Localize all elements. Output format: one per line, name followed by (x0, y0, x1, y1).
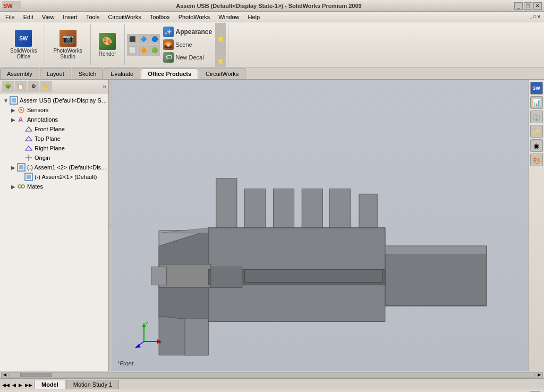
tab-layout[interactable]: Layout (40, 69, 71, 79)
annotation-icon: A (17, 115, 26, 124)
tree-right-plane[interactable]: Right Plane (0, 143, 108, 153)
solidworks-office-label: SolidWorksOffice (10, 48, 37, 59)
svg-rect-21 (245, 189, 266, 231)
scroll-thumb[interactable] (20, 373, 52, 377)
pw-star2-icon[interactable]: ⭐ (215, 56, 226, 67)
scroll-track[interactable] (9, 372, 535, 378)
tab-assembly[interactable]: Assembly (0, 69, 39, 79)
sw-office-side-button[interactable]: SW (530, 82, 543, 95)
tab-nav-first[interactable]: ◀◀ (1, 382, 11, 388)
menu-circuitworks[interactable]: CircuitWorks (104, 13, 146, 21)
tree-root[interactable]: ▼ Assem USB (Default<Display State- (0, 96, 108, 105)
tree-expand-annotations[interactable]: ▶ (10, 117, 17, 123)
pw-icon-5[interactable]: 🔶 (138, 45, 149, 56)
render-side-button[interactable]: 🎨 (530, 154, 543, 166)
minimize-button[interactable]: _ (514, 2, 523, 10)
tree-expand-sensors[interactable]: ▶ (10, 107, 17, 113)
appearances-side-button[interactable]: ✨ (530, 125, 543, 138)
restore-button[interactable]: □ (524, 2, 532, 10)
property-manager-button[interactable]: 📋 (15, 81, 27, 92)
mates-icon (17, 182, 26, 191)
tree-expand-root[interactable]: ▼ (2, 98, 10, 104)
tree-annotations-label: Annotations (27, 116, 58, 123)
tab-nav-prev[interactable]: ◀ (11, 382, 17, 388)
bottom-tabs: ◀◀ ◀ ▶ ▶▶ Model Motion Study 1 (0, 378, 544, 389)
svg-rect-24 (329, 189, 350, 231)
pw-icon-6[interactable]: 🟢 (149, 45, 160, 56)
appearance-icon: ✨ (163, 27, 174, 37)
tree-assem2[interactable]: (-) Assem2<1> (Default) (0, 172, 108, 182)
tree-annotations[interactable]: ▶ A Annotations (0, 115, 108, 124)
tab-nav-last[interactable]: ▶▶ (24, 382, 33, 388)
menu-tools[interactable]: Tools (82, 13, 104, 21)
realview-side-button[interactable]: ◉ (530, 139, 543, 152)
panel-expand-button[interactable]: » (103, 83, 106, 90)
pw-icon-2[interactable]: 🔷 (138, 34, 149, 45)
tree-mates[interactable]: ▶ Mates (0, 182, 108, 191)
titlebar: SW Assem USB (Default<Display State-1>) … (0, 0, 544, 12)
viewport[interactable]: 🔍 🔍- ⊞ ↻ ✥ ⊕ ⬛ ◧ ◉ ◑ ◐ ⬜ ••• (112, 80, 528, 371)
config-manager-button[interactable]: ⚙ (28, 81, 39, 92)
pw-star-icon[interactable]: ⭐ (215, 23, 226, 56)
enterprise-side-button[interactable]: 🏢 (530, 110, 543, 123)
horizontal-scrollbar[interactable]: ◀ ▶ (0, 371, 544, 378)
tree-assem1-label: (-) Assem1 <2> (Default<Display (27, 164, 107, 171)
toolbar-min[interactable]: _ (530, 14, 532, 19)
tree-expand-rp (17, 146, 24, 151)
toolbar-max[interactable]: □ (533, 14, 536, 19)
feature-manager-button[interactable]: 🌳 (2, 81, 14, 92)
photoworks-studio-button[interactable]: 📷 PhotoWorksStudio (49, 28, 86, 61)
scene-button[interactable]: 🌄 Scene (163, 39, 212, 50)
tab-circuitworks[interactable]: CircuitWorks (199, 69, 245, 79)
pw-icon-4[interactable]: ⬜ (127, 45, 138, 56)
btab-model[interactable]: Model (35, 380, 65, 389)
plane-icon-right (24, 144, 33, 152)
tree-expand-assem1[interactable]: ▶ (10, 165, 17, 171)
btab-motion-study-1[interactable]: Motion Study 1 (66, 380, 119, 389)
render-label: Render (99, 51, 116, 57)
menu-view[interactable]: View (38, 13, 59, 21)
tree-sensors[interactable]: ▶ Sensors (0, 105, 108, 115)
svg-point-17 (21, 185, 24, 188)
pw-icon-3[interactable]: 🔵 (149, 34, 160, 45)
menu-window[interactable]: Window (214, 13, 243, 21)
tree-origin[interactable]: Origin (0, 153, 108, 163)
menu-insert[interactable]: Insert (58, 13, 82, 21)
tree-expand-origin (17, 155, 24, 161)
scroll-left-button[interactable]: ◀ (1, 372, 8, 378)
toolbar-close[interactable]: ✕ (537, 14, 541, 19)
chart-side-button[interactable]: 📊 (530, 96, 543, 109)
tree-top-plane[interactable]: Top Plane (0, 134, 108, 143)
tab-nav-next[interactable]: ▶ (18, 382, 23, 388)
model-viewport[interactable] (112, 80, 528, 371)
solidworks-office-button[interactable]: SW SolidWorksOffice (6, 28, 40, 61)
render-button[interactable]: 🎨 Render (95, 31, 120, 58)
tab-sketch[interactable]: Sketch (72, 69, 104, 79)
new-decal-button[interactable]: 🏷 New Decal (163, 52, 212, 63)
tab-office-products[interactable]: Office Products (141, 69, 198, 79)
pw-icon-1[interactable]: ⬛ (127, 34, 138, 45)
photoworks-studio-icon: 📷 (60, 30, 76, 47)
appearance-label: Appearance (176, 28, 212, 36)
close-button[interactable]: ✕ (533, 2, 542, 10)
plane-icon-top (24, 134, 33, 143)
svg-text:Y: Y (145, 321, 148, 326)
tree-front-plane[interactable]: Front Plane (0, 124, 108, 134)
scroll-right-button[interactable]: ▶ (536, 372, 543, 378)
tab-evaluate[interactable]: Evaluate (104, 69, 140, 79)
axis-indicator: Y X (133, 318, 165, 350)
dim-xpert-button[interactable]: 📐 (40, 81, 52, 92)
menu-help[interactable]: Help (243, 13, 264, 21)
menu-toolbox[interactable]: Toolbox (146, 13, 174, 21)
tree-front-plane-label: Front Plane (35, 126, 65, 132)
tree-assem1[interactable]: ▶ (-) Assem1 <2> (Default<Display (0, 163, 108, 172)
svg-marker-7 (26, 127, 32, 131)
app-logo: SW (2, 1, 21, 11)
tree-expand-mates[interactable]: ▶ (10, 184, 17, 190)
svg-text:X: X (158, 340, 162, 345)
menu-photoworks[interactable]: PhotoWorks (174, 13, 215, 21)
appearance-button[interactable]: ✨ Appearance (163, 27, 212, 37)
scene-icon: 🌄 (163, 39, 174, 50)
menu-file[interactable]: File (1, 13, 19, 21)
menu-edit[interactable]: Edit (19, 13, 38, 21)
